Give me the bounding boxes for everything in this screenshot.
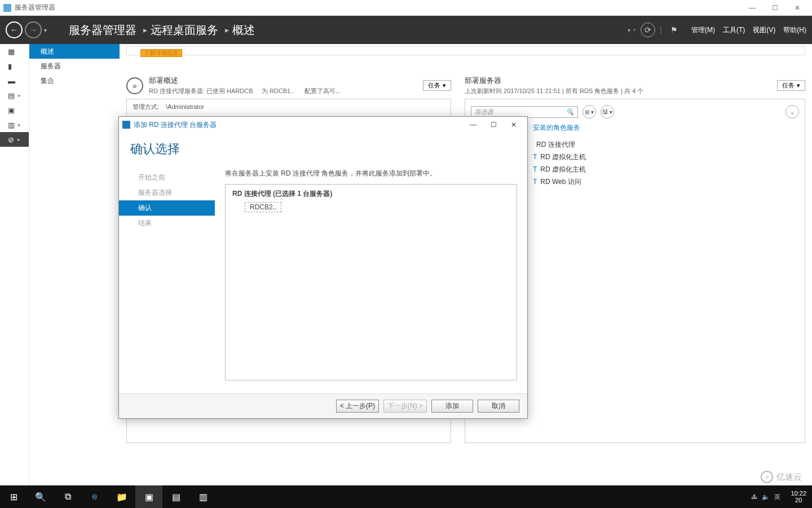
iconstrip-file-icon[interactable]: ▤▸ xyxy=(0,88,29,103)
wizard-next-button: 下一步(N) > xyxy=(383,400,427,413)
minimize-button[interactable]: — xyxy=(741,1,764,15)
iconstrip-local-icon[interactable]: ▮ xyxy=(0,59,29,73)
wizard-close-button[interactable]: ✕ xyxy=(504,119,524,131)
deploy-servers-title: 部署服务器 xyxy=(465,76,644,86)
list-item: RD 连接代理 xyxy=(533,138,799,151)
tasks-dropdown-2[interactable]: 任务 ▾ xyxy=(777,80,805,91)
iconstrip-all-icon[interactable]: ▬ xyxy=(0,73,29,88)
flag-icon[interactable]: ⚑ xyxy=(667,23,681,37)
wizard-maximize-button[interactable]: ☐ xyxy=(483,119,504,131)
ie-button[interactable]: e xyxy=(81,485,108,508)
wizard-description: 将在服务器上安装 RD 连接代理 角色服务，并将此服务添加到部署中。 xyxy=(225,169,517,178)
wizard-selection-box: RD 连接代理 (已选择 1 台服务器) RDCB2.. xyxy=(225,184,517,380)
save-dropdown[interactable]: 🖫 ▾ xyxy=(601,105,614,119)
forward-button[interactable]: → xyxy=(25,21,42,38)
breadcrumb-sep: ▸ xyxy=(143,25,147,34)
wizard-step-confirm[interactable]: 确认 xyxy=(119,200,215,216)
window-title: 服务器管理器 xyxy=(15,3,55,12)
menu-manage[interactable]: 管理(M) xyxy=(691,25,715,35)
list-item: TRD Web 访问 xyxy=(533,176,799,188)
wizard-step-before[interactable]: 开始之前 xyxy=(119,170,215,185)
tasks-dropdown[interactable]: 任务 ▾ xyxy=(423,80,451,91)
wizard-step-result: 结果 xyxy=(119,216,215,231)
iconstrip-dashboard-icon[interactable]: ▦ xyxy=(0,44,29,59)
iconstrip-rds-icon[interactable]: ⊘▸ xyxy=(0,132,29,147)
manage-label: 管理方式: xyxy=(133,103,159,110)
taskbar: ⊞ 🔍 ⧉ e 📁 ▣ ▤ ▥ 🖧 🔈 英 10:22 20 xyxy=(0,485,812,508)
wizard-cancel-button[interactable]: 取消 xyxy=(478,400,519,413)
manage-value: \Administrator xyxy=(166,103,204,110)
volume-icon[interactable]: 🔈 xyxy=(762,493,770,501)
wizard-prev-button[interactable]: < 上一步(P) xyxy=(336,400,379,413)
wizard-heading: 确认选择 xyxy=(119,133,527,169)
menu-view[interactable]: 视图(V) xyxy=(753,25,775,35)
menu-tools[interactable]: 工具(T) xyxy=(723,25,745,35)
add-rdcb-wizard: 添加 RD 连接代理 台服务器 — ☐ ✕ 确认选择 开始之前 服务器选择 确认… xyxy=(118,116,528,419)
wizard-add-button[interactable]: 添加 xyxy=(431,400,473,413)
server-manager-task[interactable]: ▣ xyxy=(135,485,162,508)
info-banner: 了解详细信息 xyxy=(126,46,805,55)
roles-list: RD 连接代理 TRD 虚拟化主机 TRD 虚拟化主机 TRD Web 访问 xyxy=(533,138,799,188)
expand-toggle[interactable]: ⌄ xyxy=(785,105,799,119)
deploy-overview-sub: RD 连接代理服务器: 已使用 HARDCB 为 RDCB1.. 配置了高可..… xyxy=(149,87,341,95)
iconstrip-iis-icon[interactable]: ▣ xyxy=(0,103,29,117)
breadcrumb-page[interactable]: 概述 xyxy=(232,23,255,38)
deploy-servers-refresh: 上次刷新时间 2017/10/25 11:21:51 | 所有 RDS 角色服务… xyxy=(465,87,644,95)
network-icon[interactable]: 🖧 xyxy=(751,493,757,500)
detail-link[interactable]: 了解详细信息 xyxy=(140,49,182,57)
wizard-box-header: RD 连接代理 (已选择 1 台服务器) xyxy=(232,189,510,199)
watermark: ✧亿速云 xyxy=(761,471,802,483)
search-icon: 🔍 xyxy=(566,108,574,116)
breadcrumb-root[interactable]: 服务器管理器 xyxy=(69,23,136,38)
explorer-button[interactable]: 📁 xyxy=(108,485,135,508)
wizard-window-title: 添加 RD 连接代理 台服务器 xyxy=(134,120,217,130)
maximize-button[interactable]: ☐ xyxy=(764,1,786,15)
deploy-overview-title: 部署概述 xyxy=(149,76,341,86)
nav-history-dropdown[interactable]: ▾ xyxy=(44,27,52,33)
roles-header: 安装的角色服务 xyxy=(533,123,799,133)
list-item: TRD 虚拟化主机 xyxy=(533,151,799,163)
wizard-selected-server: RDCB2.. xyxy=(245,202,281,212)
start-button[interactable]: ⊞ xyxy=(0,485,27,508)
iconstrip-hyperv-icon[interactable]: ▥▸ xyxy=(0,117,29,132)
clock[interactable]: 10:22 20 xyxy=(785,490,812,503)
refresh-icon[interactable]: ⟳ xyxy=(641,23,655,37)
list-item: TRD 虚拟化主机 xyxy=(533,163,799,176)
breadcrumb-sep: ▸ xyxy=(225,25,229,34)
taskview-button[interactable]: ⧉ xyxy=(54,485,81,508)
category-dropdown[interactable]: ⊞ ▾ xyxy=(582,105,596,119)
ime-indicator[interactable]: 英 xyxy=(774,493,780,501)
wizard-step-select[interactable]: 服务器选择 xyxy=(119,185,215,200)
breadcrumb-section[interactable]: 远程桌面服务 xyxy=(151,23,218,38)
wizard-icon xyxy=(122,121,130,129)
nav-collections[interactable]: 集合 xyxy=(29,73,120,88)
app3-task[interactable]: ▥ xyxy=(189,485,217,508)
menu-help[interactable]: 帮助(H) xyxy=(783,25,806,35)
nav-servers[interactable]: 服务器 xyxy=(29,59,120,73)
app2-task[interactable]: ▤ xyxy=(162,485,189,508)
tray[interactable]: 🖧 🔈 英 xyxy=(751,493,785,501)
back-button[interactable]: ← xyxy=(6,21,23,38)
close-button[interactable]: ✕ xyxy=(786,1,809,15)
deploy-overview-icon: » xyxy=(126,77,143,94)
search-button[interactable]: 🔍 xyxy=(27,485,54,508)
nav-overview[interactable]: 概述 xyxy=(29,44,120,59)
wizard-minimize-button[interactable]: — xyxy=(463,119,483,131)
app-icon xyxy=(3,4,11,12)
